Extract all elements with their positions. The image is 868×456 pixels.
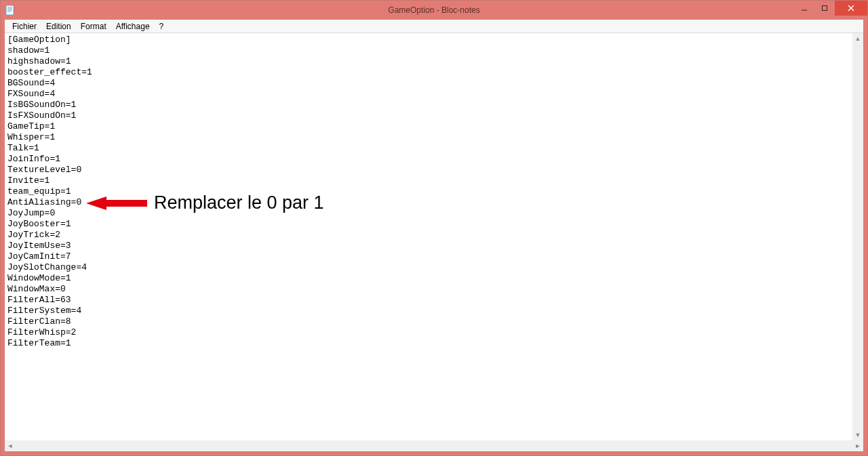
maximize-button[interactable] [814,1,835,16]
menu-affichage[interactable]: Affichage [111,21,155,32]
client-area: Fichier Edition Format Affichage ? [Game… [1,20,867,455]
menu-fichier[interactable]: Fichier [7,21,41,32]
menu-format[interactable]: Format [76,21,111,32]
editor-wrap: [GameOption] shadow=1 highshadow=1 boost… [5,33,863,451]
close-button[interactable] [835,1,867,16]
minimize-button[interactable] [794,1,814,16]
vertical-scrollbar[interactable]: ▲ ▼ [852,33,863,440]
menubar: Fichier Edition Format Affichage ? [5,20,863,33]
scroll-down-icon[interactable]: ▼ [852,430,863,440]
notepad-icon [5,5,16,16]
menu-help[interactable]: ? [155,21,169,32]
notepad-window: GameOption - Bloc-notes Fichier Edition … [0,0,868,456]
window-title: GameOption - Bloc-notes [1,5,867,15]
svg-rect-2 [823,6,827,11]
text-editor[interactable]: [GameOption] shadow=1 highshadow=1 boost… [5,33,863,451]
scroll-left-icon[interactable]: ◄ [5,440,16,451]
horizontal-scrollbar[interactable]: ◄ ► [5,440,863,451]
menu-edition[interactable]: Edition [41,21,76,32]
scroll-up-icon[interactable]: ▲ [852,33,863,44]
window-controls [794,1,867,20]
scroll-right-icon[interactable]: ► [852,440,863,451]
titlebar[interactable]: GameOption - Bloc-notes [1,1,867,20]
